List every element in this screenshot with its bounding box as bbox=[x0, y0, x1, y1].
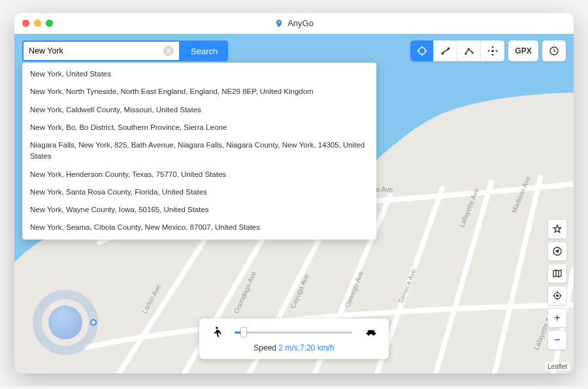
favorite-button[interactable] bbox=[547, 219, 567, 239]
window-controls bbox=[22, 20, 53, 27]
map-attribution: Leaflet bbox=[545, 362, 570, 371]
close-window-button[interactable] bbox=[22, 20, 29, 27]
maximize-window-button[interactable] bbox=[46, 20, 53, 27]
map-type-button[interactable] bbox=[547, 264, 567, 283]
search-input[interactable] bbox=[29, 46, 163, 55]
suggestion-item[interactable]: New York, Santa Rosa County, Florida, Un… bbox=[22, 183, 376, 201]
speed-panel: Speed 2 m/s,7.20 km/h bbox=[199, 319, 389, 359]
suggestion-item[interactable]: New York, Caldwell County, Missouri, Uni… bbox=[22, 101, 376, 119]
app-pin-icon bbox=[274, 19, 284, 28]
mode-toolbar: GPX bbox=[410, 40, 566, 61]
svg-point-14 bbox=[488, 50, 490, 52]
two-spot-mode-button[interactable] bbox=[434, 40, 457, 61]
suggestion-item[interactable]: New York, Wayne County, Iowa, 50165, Uni… bbox=[22, 201, 376, 219]
svg-rect-27 bbox=[367, 333, 376, 334]
svg-point-24 bbox=[216, 327, 218, 329]
suggestion-item[interactable]: New York, United States bbox=[22, 65, 376, 83]
titlebar: AnyGo bbox=[14, 13, 574, 34]
svg-point-19 bbox=[557, 295, 559, 297]
clear-search-button[interactable] bbox=[163, 46, 174, 56]
walk-icon bbox=[210, 325, 223, 339]
app-window: AnyGo Lake Ave Larki bbox=[14, 13, 574, 373]
zoom-in-button[interactable]: + bbox=[547, 308, 567, 328]
svg-point-0 bbox=[278, 21, 280, 23]
svg-point-13 bbox=[492, 54, 494, 56]
suggestion-item[interactable]: Niagara Falls, New York, 825, Bath Avenu… bbox=[22, 136, 376, 166]
search-button[interactable]: Search bbox=[180, 40, 228, 61]
search-container: Search bbox=[22, 40, 228, 61]
svg-point-12 bbox=[492, 46, 494, 48]
locate-me-button[interactable] bbox=[547, 286, 567, 305]
teleport-mode-button[interactable] bbox=[410, 40, 434, 61]
gpx-import-button[interactable]: GPX bbox=[508, 40, 538, 61]
content-area: Lake Ave Larkins Point Larkin Ave Ononda… bbox=[14, 34, 574, 373]
svg-point-15 bbox=[496, 50, 498, 52]
minimize-window-button[interactable] bbox=[34, 20, 41, 27]
zoom-out-button[interactable]: − bbox=[547, 330, 567, 350]
suggestion-item[interactable]: New York, North Tyneside, North East Eng… bbox=[22, 83, 376, 101]
speed-label: Speed bbox=[253, 343, 276, 352]
svg-point-1 bbox=[418, 48, 425, 55]
multi-spot-mode-button[interactable] bbox=[457, 40, 481, 61]
speed-slider[interactable] bbox=[235, 332, 352, 334]
joystick-mode-button[interactable] bbox=[481, 40, 504, 61]
history-button[interactable] bbox=[542, 40, 566, 61]
search-suggestions: New York, United States New York, North … bbox=[22, 63, 376, 240]
suggestion-item[interactable]: New York, Bo, Bo District, Southern Prov… bbox=[22, 119, 376, 136]
compass-button[interactable] bbox=[547, 241, 567, 261]
speed-value: 2 m/s,7.20 km/h bbox=[278, 343, 334, 352]
svg-point-11 bbox=[491, 50, 494, 52]
virtual-joystick[interactable] bbox=[33, 290, 98, 355]
car-icon bbox=[364, 326, 378, 339]
window-title: AnyGo bbox=[287, 18, 314, 28]
suggestion-item[interactable]: New York, Henderson County, Texas, 75770… bbox=[22, 166, 376, 183]
suggestion-item[interactable]: New York, Seama, Cibola County, New Mexi… bbox=[22, 219, 376, 236]
map-side-controls: + − bbox=[547, 219, 567, 350]
